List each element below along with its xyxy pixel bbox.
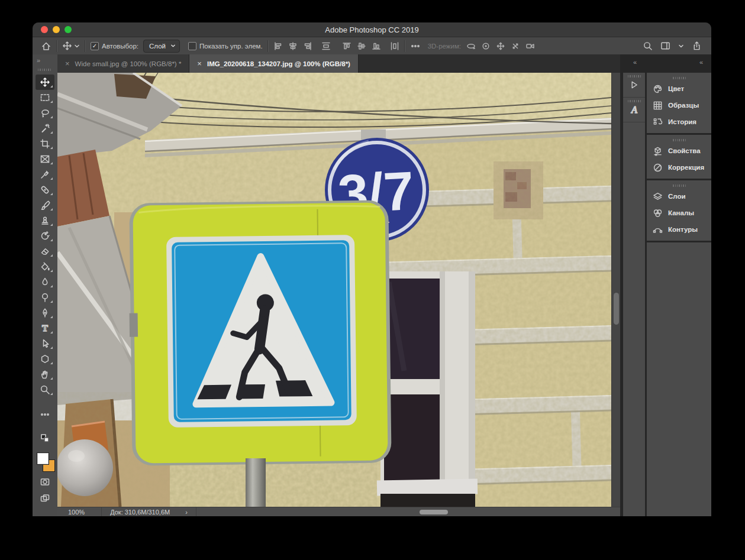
properties-cube-icon — [653, 146, 663, 156]
align-right-button[interactable] — [303, 41, 312, 51]
panel-drag-handle[interactable] — [628, 100, 641, 102]
tool-type[interactable] — [36, 321, 54, 336]
align-center-v-button[interactable] — [357, 41, 366, 51]
tool-move[interactable] — [36, 75, 54, 90]
foreground-color-swatch[interactable] — [37, 452, 49, 465]
panel-label: Контуры — [668, 226, 698, 233]
chevron-down-icon[interactable] — [678, 43, 684, 49]
tool-history-brush[interactable] — [36, 228, 54, 244]
lamp-globe — [57, 439, 113, 496]
panel-drag-handle[interactable] — [673, 184, 686, 187]
close-icon[interactable]: × — [197, 59, 202, 68]
doc-size-text: Док: 310,6M/310,6M — [110, 509, 170, 516]
align-top-button[interactable] — [342, 41, 351, 51]
move-tool-preset[interactable] — [62, 41, 80, 51]
panel-dock: « « Цвет Образцы — [620, 54, 711, 516]
align-bottom-button[interactable] — [372, 41, 381, 51]
tool-eyedropper[interactable] — [36, 167, 54, 182]
minimize-window-button[interactable] — [53, 26, 60, 33]
home-button[interactable] — [41, 41, 51, 51]
tool-crop[interactable] — [36, 136, 54, 151]
document-canvas[interactable]: 3/7 ЕНИЕ 1Г — [57, 73, 611, 507]
align-center-h-button[interactable] — [288, 41, 298, 51]
panel-tab-history[interactable]: История — [647, 114, 711, 130]
panel-tab-adjustments[interactable]: Коррекция — [647, 159, 711, 176]
autoselect-target-select[interactable]: Слой — [143, 40, 180, 53]
divider — [85, 40, 86, 52]
move-icon — [62, 41, 72, 51]
default-colors-button[interactable] — [33, 433, 57, 444]
distribute-horizontal-button[interactable] — [390, 41, 399, 51]
document-info[interactable]: Док: 310,6M/310,6M › — [101, 507, 196, 516]
play-icon — [629, 80, 639, 92]
align-left-button[interactable] — [273, 41, 283, 51]
panel-tab-channels[interactable]: Каналы — [647, 205, 711, 221]
vertical-scrollbar[interactable] — [611, 73, 621, 507]
document-tab-bar: × Wide small.jpg @ 100% (RGB/8*) * × IMG… — [57, 54, 620, 73]
share-icon[interactable] — [692, 41, 702, 51]
screen-mode-button[interactable] — [33, 493, 57, 504]
zoom-level-field[interactable]: 100% — [68, 509, 85, 516]
tab-img-20200618[interactable]: × IMG_20200618_134207.jpg @ 100% (RGB/8*… — [189, 54, 359, 73]
tool-hand[interactable] — [36, 367, 54, 382]
tool-lasso[interactable] — [36, 105, 54, 121]
actions-panel-button[interactable] — [623, 73, 645, 98]
tools-drag-handle[interactable] — [38, 69, 52, 71]
tool-brush[interactable] — [36, 198, 54, 213]
panel-drag-handle[interactable] — [673, 77, 686, 79]
close-window-button[interactable] — [41, 26, 48, 33]
collapse-icon-panel-button[interactable]: « — [633, 59, 637, 66]
tool-clone-stamp[interactable] — [36, 213, 54, 228]
panel-label: История — [668, 118, 696, 125]
workspace-switcher-icon[interactable] — [660, 41, 670, 51]
3d-mode-label: 3D-режим: — [428, 43, 461, 50]
autoselect-label: Автовыбор: — [102, 43, 138, 50]
panel-tab-paths[interactable]: Контуры — [647, 221, 711, 238]
panel-drag-handle[interactable] — [628, 75, 641, 77]
sign-pole — [246, 458, 266, 507]
tool-zoom[interactable] — [36, 382, 54, 397]
divider — [56, 40, 57, 52]
quick-mask-button[interactable] — [33, 477, 57, 487]
horizontal-scrollbar-thumb[interactable] — [420, 510, 448, 514]
tab-label: Wide small.jpg @ 100% (RGB/8*) * — [75, 60, 182, 67]
tool-dodge[interactable] — [36, 290, 54, 305]
expand-tools-button[interactable]: » — [33, 54, 62, 66]
more-options-button[interactable] — [410, 41, 421, 51]
tool-healing-brush[interactable] — [36, 182, 54, 198]
collapse-panels-button[interactable]: « — [699, 59, 704, 66]
panel-label: Цвет — [668, 85, 684, 92]
panel-tab-layers[interactable]: Слои — [647, 188, 711, 205]
tool-palette: » — [33, 54, 58, 516]
search-icon[interactable] — [643, 41, 653, 51]
tool-gradient[interactable] — [36, 259, 54, 274]
maximize-window-button[interactable] — [64, 26, 72, 33]
tool-frame[interactable] — [36, 151, 54, 167]
close-icon[interactable]: × — [65, 59, 70, 68]
tool-eraser[interactable] — [36, 244, 54, 259]
tool-blur[interactable] — [36, 274, 54, 290]
panel-tab-swatches[interactable]: Образцы — [647, 97, 711, 114]
panel-drag-handle[interactable] — [673, 139, 686, 141]
tool-pen[interactable] — [36, 305, 54, 321]
vertical-scrollbar-thumb[interactable] — [614, 293, 619, 325]
edit-toolbar-button[interactable] — [33, 409, 57, 420]
sign-bracket — [130, 313, 138, 337]
pedestrian-crossing-sign — [128, 200, 391, 465]
tool-path-selection[interactable] — [36, 336, 54, 351]
color-swatches — [36, 452, 56, 473]
window-title: Adobe Photoshop CC 2019 — [325, 25, 418, 34]
tab-wide-small[interactable]: × Wide small.jpg @ 100% (RGB/8*) * — [57, 54, 189, 73]
glyphs-panel-button[interactable] — [623, 98, 645, 122]
title-bar: Adobe Photoshop CC 2019 — [33, 22, 711, 37]
status-chevron-icon[interactable]: › — [185, 509, 188, 516]
tool-shape[interactable] — [36, 351, 54, 367]
tool-marquee[interactable] — [36, 90, 54, 105]
autoselect-checkbox[interactable]: ✓ — [91, 42, 99, 50]
panel-tab-color[interactable]: Цвет — [647, 80, 711, 97]
show-controls-checkbox[interactable]: ✓ — [188, 42, 196, 50]
distribute-vertical-button[interactable] — [321, 41, 331, 51]
tool-magic-wand[interactable] — [36, 121, 54, 136]
adjustments-icon — [653, 163, 663, 173]
panel-tab-properties[interactable]: Свойства — [647, 143, 711, 159]
